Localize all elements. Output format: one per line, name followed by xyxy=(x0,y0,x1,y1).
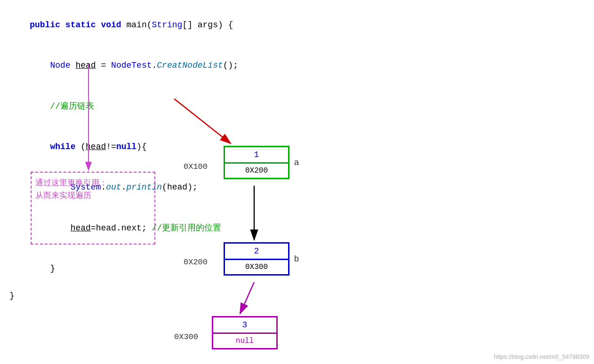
code-block: public static void main(String[] args) {… xyxy=(9,5,238,316)
node-a-next: 0X200 xyxy=(224,164,289,179)
node-a-value: 1 xyxy=(224,146,289,164)
annotation-text: 通过这里更换引用； 从而来实现遍历 xyxy=(35,176,151,202)
node-a-address: 0X100 xyxy=(184,162,208,171)
node-a-label: a xyxy=(294,158,299,167)
node-b-next: 0X300 xyxy=(224,260,289,276)
node-b: 2 0X300 xyxy=(224,242,289,276)
node-a: 1 0X200 xyxy=(224,146,289,179)
code-line-4: while (head!=null){ xyxy=(9,127,238,167)
code-line-1: public static void main(String[] args) { xyxy=(9,5,238,45)
node-b-label: b xyxy=(294,254,299,264)
watermark: https://blog.csdn.net/m0_54798309 xyxy=(494,353,589,360)
node-c-value: 3 xyxy=(212,316,278,334)
node-c-address: 0X300 xyxy=(174,332,198,341)
code-line-2: Node head = NodeTest.CreatNodeList(); xyxy=(9,45,238,86)
node-c-next: null xyxy=(212,334,278,349)
code-line-3: //遍历链表 xyxy=(9,86,238,127)
node-b-address: 0X200 xyxy=(184,258,208,267)
node-b-value: 2 xyxy=(224,242,289,260)
annotation-box: 通过这里更换引用； 从而来实现遍历 xyxy=(31,172,155,245)
node-c: 3 null xyxy=(212,316,278,349)
svg-line-7 xyxy=(240,282,254,314)
code-line-8: } xyxy=(9,289,238,317)
code-line-7: } xyxy=(9,248,238,289)
